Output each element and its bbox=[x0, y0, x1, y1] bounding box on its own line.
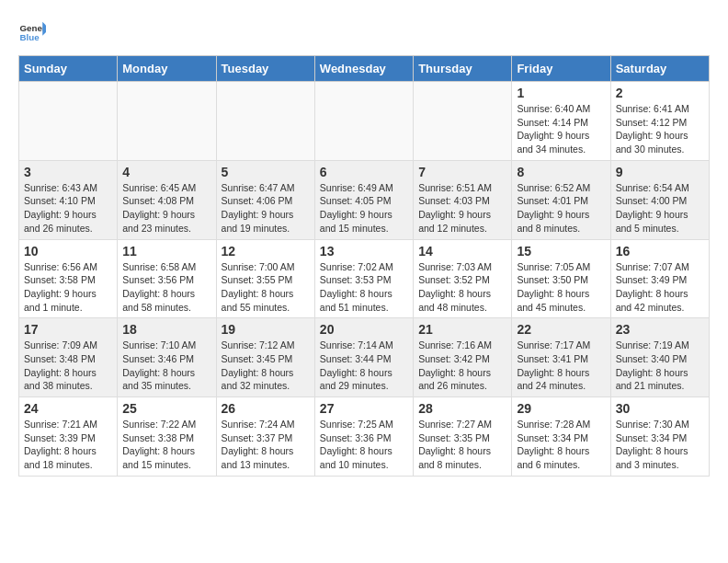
day-number: 9 bbox=[616, 165, 704, 179]
calendar-cell: 25Sunrise: 7:22 AMSunset: 3:38 PMDayligh… bbox=[118, 397, 216, 477]
day-info: Sunrise: 7:05 AMSunset: 3:50 PMDaylight:… bbox=[517, 260, 605, 315]
day-info: Sunrise: 7:07 AMSunset: 3:49 PMDaylight:… bbox=[616, 260, 704, 315]
calendar-cell: 1Sunrise: 6:40 AMSunset: 4:14 PMDaylight… bbox=[512, 82, 610, 161]
day-number: 13 bbox=[320, 244, 408, 259]
calendar-cell bbox=[19, 82, 118, 161]
day-number: 1 bbox=[517, 86, 605, 100]
calendar-cell: 7Sunrise: 6:51 AMSunset: 4:03 PMDaylight… bbox=[414, 160, 512, 239]
day-number: 29 bbox=[517, 401, 605, 416]
calendar-week-5: 24Sunrise: 7:21 AMSunset: 3:39 PMDayligh… bbox=[19, 397, 710, 477]
day-number: 20 bbox=[320, 322, 408, 337]
day-number: 25 bbox=[122, 401, 210, 416]
day-number: 14 bbox=[418, 244, 506, 259]
calendar-cell: 6Sunrise: 6:49 AMSunset: 4:05 PMDaylight… bbox=[314, 160, 413, 239]
day-number: 8 bbox=[517, 165, 605, 179]
calendar-cell: 23Sunrise: 7:19 AMSunset: 3:40 PMDayligh… bbox=[610, 318, 709, 397]
calendar-cell: 20Sunrise: 7:14 AMSunset: 3:44 PMDayligh… bbox=[314, 318, 413, 397]
day-info: Sunrise: 6:49 AMSunset: 4:05 PMDaylight:… bbox=[320, 181, 408, 236]
day-number: 22 bbox=[517, 322, 605, 337]
calendar-week-1: 1Sunrise: 6:40 AMSunset: 4:14 PMDaylight… bbox=[19, 82, 710, 161]
day-number: 5 bbox=[222, 165, 310, 179]
day-number: 2 bbox=[616, 86, 704, 100]
calendar-header-row: SundayMondayTuesdayWednesdayThursdayFrid… bbox=[19, 56, 710, 82]
weekday-header-sunday: Sunday bbox=[19, 56, 118, 82]
calendar-cell: 13Sunrise: 7:02 AMSunset: 3:53 PMDayligh… bbox=[314, 239, 413, 318]
day-info: Sunrise: 7:27 AMSunset: 3:35 PMDaylight:… bbox=[418, 418, 506, 472]
logo: General Blue bbox=[18, 18, 50, 46]
calendar-cell: 16Sunrise: 7:07 AMSunset: 3:49 PMDayligh… bbox=[610, 239, 709, 318]
day-number: 28 bbox=[418, 401, 506, 416]
day-info: Sunrise: 7:17 AMSunset: 3:41 PMDaylight:… bbox=[517, 339, 605, 393]
calendar-cell: 3Sunrise: 6:43 AMSunset: 4:10 PMDaylight… bbox=[19, 160, 118, 239]
calendar-cell: 26Sunrise: 7:24 AMSunset: 3:37 PMDayligh… bbox=[216, 397, 314, 477]
day-info: Sunrise: 6:41 AMSunset: 4:12 PMDaylight:… bbox=[616, 102, 704, 156]
day-info: Sunrise: 6:40 AMSunset: 4:14 PMDaylight:… bbox=[517, 102, 605, 156]
calendar-cell: 22Sunrise: 7:17 AMSunset: 3:41 PMDayligh… bbox=[512, 318, 610, 397]
day-info: Sunrise: 7:25 AMSunset: 3:36 PMDaylight:… bbox=[320, 418, 408, 472]
calendar-cell: 17Sunrise: 7:09 AMSunset: 3:48 PMDayligh… bbox=[19, 318, 118, 397]
day-info: Sunrise: 6:56 AMSunset: 3:58 PMDaylight:… bbox=[24, 260, 112, 315]
day-info: Sunrise: 6:52 AMSunset: 4:01 PMDaylight:… bbox=[517, 181, 605, 236]
calendar-cell: 5Sunrise: 6:47 AMSunset: 4:06 PMDaylight… bbox=[216, 160, 314, 239]
day-number: 26 bbox=[222, 401, 310, 416]
day-number: 17 bbox=[24, 322, 112, 337]
calendar-cell: 11Sunrise: 6:58 AMSunset: 3:56 PMDayligh… bbox=[118, 239, 216, 318]
day-number: 3 bbox=[24, 165, 112, 179]
calendar-cell: 28Sunrise: 7:27 AMSunset: 3:35 PMDayligh… bbox=[414, 397, 512, 477]
day-info: Sunrise: 7:16 AMSunset: 3:42 PMDaylight:… bbox=[418, 339, 506, 393]
calendar-cell bbox=[414, 82, 512, 161]
day-info: Sunrise: 7:12 AMSunset: 3:45 PMDaylight:… bbox=[222, 339, 310, 393]
day-info: Sunrise: 6:54 AMSunset: 4:00 PMDaylight:… bbox=[616, 181, 704, 236]
day-info: Sunrise: 7:21 AMSunset: 3:39 PMDaylight:… bbox=[24, 418, 112, 472]
day-info: Sunrise: 7:28 AMSunset: 3:34 PMDaylight:… bbox=[517, 418, 605, 472]
day-number: 19 bbox=[222, 322, 310, 337]
calendar-cell: 27Sunrise: 7:25 AMSunset: 3:36 PMDayligh… bbox=[314, 397, 413, 477]
day-number: 18 bbox=[122, 322, 210, 337]
day-info: Sunrise: 7:03 AMSunset: 3:52 PMDaylight:… bbox=[418, 260, 506, 315]
day-info: Sunrise: 7:22 AMSunset: 3:38 PMDaylight:… bbox=[122, 418, 210, 472]
page-header: General Blue bbox=[18, 18, 710, 46]
day-number: 10 bbox=[24, 244, 112, 259]
day-info: Sunrise: 6:58 AMSunset: 3:56 PMDaylight:… bbox=[122, 260, 210, 315]
calendar-cell: 14Sunrise: 7:03 AMSunset: 3:52 PMDayligh… bbox=[414, 239, 512, 318]
calendar-body: 1Sunrise: 6:40 AMSunset: 4:14 PMDaylight… bbox=[19, 82, 710, 477]
calendar-cell: 12Sunrise: 7:00 AMSunset: 3:55 PMDayligh… bbox=[216, 239, 314, 318]
svg-text:General: General bbox=[20, 23, 47, 33]
day-info: Sunrise: 6:43 AMSunset: 4:10 PMDaylight:… bbox=[24, 181, 112, 236]
calendar-cell: 30Sunrise: 7:30 AMSunset: 3:34 PMDayligh… bbox=[610, 397, 709, 477]
calendar-cell: 24Sunrise: 7:21 AMSunset: 3:39 PMDayligh… bbox=[19, 397, 118, 477]
calendar-week-4: 17Sunrise: 7:09 AMSunset: 3:48 PMDayligh… bbox=[19, 318, 710, 397]
calendar-cell bbox=[216, 82, 314, 161]
day-info: Sunrise: 7:19 AMSunset: 3:40 PMDaylight:… bbox=[616, 339, 704, 393]
calendar-week-3: 10Sunrise: 6:56 AMSunset: 3:58 PMDayligh… bbox=[19, 239, 710, 318]
calendar-week-2: 3Sunrise: 6:43 AMSunset: 4:10 PMDaylight… bbox=[19, 160, 710, 239]
calendar-table: SundayMondayTuesdayWednesdayThursdayFrid… bbox=[18, 55, 710, 477]
svg-text:Blue: Blue bbox=[20, 32, 40, 42]
weekday-header-friday: Friday bbox=[512, 56, 610, 82]
day-info: Sunrise: 7:00 AMSunset: 3:55 PMDaylight:… bbox=[222, 260, 310, 315]
day-number: 6 bbox=[320, 165, 408, 179]
weekday-header-monday: Monday bbox=[118, 56, 216, 82]
day-number: 11 bbox=[122, 244, 210, 259]
day-info: Sunrise: 7:24 AMSunset: 3:37 PMDaylight:… bbox=[222, 418, 310, 472]
calendar-cell: 29Sunrise: 7:28 AMSunset: 3:34 PMDayligh… bbox=[512, 397, 610, 477]
day-number: 16 bbox=[616, 244, 704, 259]
day-info: Sunrise: 6:51 AMSunset: 4:03 PMDaylight:… bbox=[418, 181, 506, 236]
day-number: 15 bbox=[517, 244, 605, 259]
day-number: 21 bbox=[418, 322, 506, 337]
day-info: Sunrise: 7:02 AMSunset: 3:53 PMDaylight:… bbox=[320, 260, 408, 315]
calendar-cell: 9Sunrise: 6:54 AMSunset: 4:00 PMDaylight… bbox=[610, 160, 709, 239]
weekday-header-wednesday: Wednesday bbox=[314, 56, 413, 82]
calendar-cell bbox=[118, 82, 216, 161]
calendar-cell: 8Sunrise: 6:52 AMSunset: 4:01 PMDaylight… bbox=[512, 160, 610, 239]
calendar-cell: 19Sunrise: 7:12 AMSunset: 3:45 PMDayligh… bbox=[216, 318, 314, 397]
weekday-header-saturday: Saturday bbox=[610, 56, 709, 82]
calendar-cell: 21Sunrise: 7:16 AMSunset: 3:42 PMDayligh… bbox=[414, 318, 512, 397]
day-info: Sunrise: 7:10 AMSunset: 3:46 PMDaylight:… bbox=[122, 339, 210, 393]
calendar-cell bbox=[314, 82, 413, 161]
day-info: Sunrise: 7:30 AMSunset: 3:34 PMDaylight:… bbox=[616, 418, 704, 472]
day-number: 24 bbox=[24, 401, 112, 416]
day-info: Sunrise: 7:09 AMSunset: 3:48 PMDaylight:… bbox=[24, 339, 112, 393]
weekday-header-thursday: Thursday bbox=[414, 56, 512, 82]
day-number: 4 bbox=[122, 165, 210, 179]
